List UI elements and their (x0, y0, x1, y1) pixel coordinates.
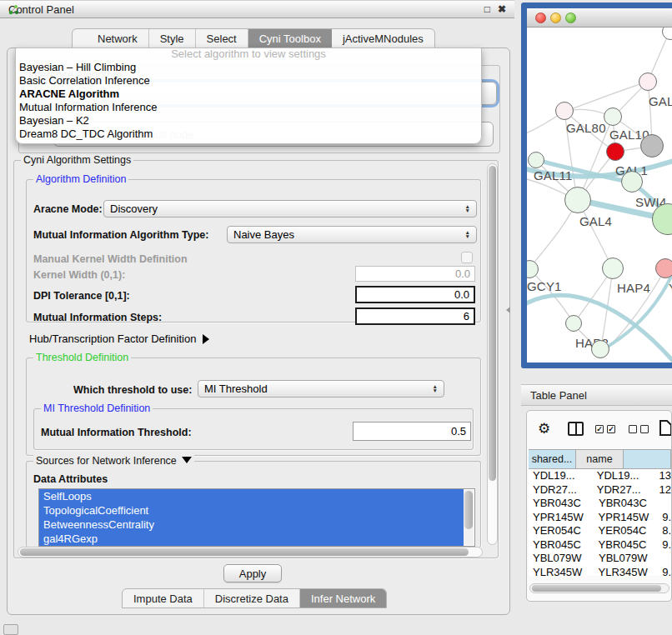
data-attribute-item-selected[interactable]: SelfLoops (39, 489, 464, 503)
network-node[interactable] (606, 142, 624, 161)
table-column-header[interactable]: name (576, 450, 624, 468)
app-root: Control Panel □ ✖ NetworkStyleSelectCyni… (0, 0, 672, 635)
algorithm-dropdown-item[interactable]: Bayesian – Hill Climbing (16, 61, 481, 74)
table-rows: YDL19...YDL19...13 YDR27...YDR27...12 YB… (529, 469, 671, 576)
mi-type-label: Mutual Information Algorithm Type: (33, 229, 208, 241)
table-row[interactable]: YER054CYER054C8. (529, 524, 671, 538)
data-attribute-item-selected[interactable]: TopologicalCoefficient (39, 503, 464, 518)
algorithm-dropdown-popup: Select algorithm to view settings Bayesi… (15, 48, 482, 144)
kernel-width-value: 0.0 (455, 268, 470, 280)
sources-title-text: Sources for Network Inference (36, 455, 177, 467)
hub-tf-definition-toggle[interactable]: Hub/Transcription Factor Definition (29, 332, 209, 345)
expanded-arrow-icon (182, 457, 192, 463)
network-node[interactable] (604, 108, 622, 126)
data-attributes-label: Data Attributes (33, 473, 108, 485)
sources-group-title[interactable]: Sources for Network Inference (33, 455, 194, 467)
which-threshold-combobox[interactable]: MI Threshold ▲▼ (198, 380, 444, 398)
manual-kernel-checkbox[interactable] (461, 252, 473, 263)
network-node-label: GCY1 (527, 279, 562, 293)
data-attribute-item-selected[interactable]: BetweennessCentrality (39, 518, 464, 532)
table-horizontal-scrollbar[interactable] (529, 583, 669, 593)
apply-button[interactable]: Apply (223, 564, 282, 582)
algorithm-dropdown-item[interactable]: Mutual Information Inference (16, 101, 481, 114)
which-threshold-value: MI Threshold (204, 382, 268, 395)
table-row[interactable]: YBL079WYBL079W (529, 552, 671, 566)
aracne-mode-combobox[interactable]: Discovery ▲▼ (103, 200, 477, 218)
unchecked-box-icon[interactable] (629, 425, 637, 433)
network-node[interactable] (640, 134, 664, 158)
tab[interactable]: Network (73, 29, 149, 48)
aracne-mode-value: Discovery (110, 202, 158, 215)
network-node[interactable] (528, 152, 544, 168)
corner-expand-button[interactable] (3, 624, 18, 635)
network-node[interactable] (621, 171, 643, 192)
bottom-tab[interactable]: Discretize Data (204, 589, 300, 608)
dpi-tolerance-field[interactable]: 0.0 (355, 286, 475, 303)
splitter-collapse-icon[interactable] (506, 307, 510, 313)
network-window-titlebar (527, 8, 672, 28)
tab[interactable]: Select (196, 29, 248, 48)
table-column-header[interactable] (624, 450, 671, 468)
settings-horizontal-scrollbar[interactable] (18, 547, 483, 558)
unchecked-box-icon[interactable] (640, 425, 649, 433)
tab[interactable]: jActiveMNodules (332, 29, 434, 48)
table-column-header[interactable]: shared... (529, 450, 576, 468)
mi-threshold-label: Mutual Information Threshold: (41, 427, 192, 438)
mi-type-value: Naive Bayes (233, 228, 294, 241)
float-window-icon[interactable]: □ (484, 3, 490, 15)
tab[interactable]: Cyni Toolbox (248, 29, 332, 48)
checked-box-icon[interactable]: ✓ (595, 425, 604, 433)
minimize-window-icon[interactable] (550, 12, 561, 23)
algorithm-definition-group: Algorithm Definition Aracne Mode: Discov… (26, 179, 481, 322)
threshold-definition-title: Threshold Definition (33, 352, 131, 363)
dpi-tolerance-value: 0.0 (454, 288, 469, 301)
table-row[interactable]: YDR27...YDR27...12 (529, 483, 671, 498)
table-row[interactable]: YBR043CYBR043C (529, 497, 671, 511)
close-window-icon[interactable] (535, 12, 546, 23)
apply-button-label: Apply (239, 568, 267, 580)
network-canvas[interactable]: GALGAL80GAL10GAL1GAL11SWI4GAL4GCY1HAP4YH… (527, 28, 672, 362)
table-row[interactable]: YBR045CYBR045C9. (529, 538, 671, 552)
export-file-icon[interactable] (659, 419, 672, 439)
sources-group: Sources for Network Inference Data Attri… (26, 461, 481, 548)
tab[interactable]: Style (149, 29, 196, 48)
network-tab-icon (8, 3, 20, 18)
network-node[interactable] (565, 315, 582, 332)
table-row[interactable]: YPR145WYPR145W9. (529, 511, 671, 525)
close-panel-icon[interactable]: ✖ (498, 3, 506, 15)
mi-steps-field[interactable]: 6 (355, 308, 475, 325)
mi-threshold-field[interactable]: 0.5 (353, 422, 471, 441)
algorithm-dropdown-item[interactable]: Basic Correlation Inference (16, 74, 481, 88)
network-node[interactable] (639, 72, 657, 91)
table-row[interactable]: YLR345WYLR345W9. (529, 566, 671, 577)
table-row[interactable]: YDL19...YDL19...13 (529, 469, 671, 483)
data-attribute-item-selected[interactable]: gal4RGexp (39, 532, 464, 546)
algorithm-dropdown-item[interactable]: Bayesian – K2 (16, 114, 481, 128)
network-node[interactable] (655, 258, 672, 278)
settings-vertical-scrollbar[interactable] (487, 163, 498, 545)
split-panes-icon[interactable] (568, 422, 584, 436)
network-node-label: Y (669, 281, 672, 295)
table-header: shared...name (529, 449, 671, 469)
network-node-label: GAL (649, 94, 672, 108)
combo-arrows-icon: ▲▼ (428, 385, 438, 392)
threshold-definition-group: Threshold Definition Which threshold to … (26, 358, 481, 456)
bottom-tab[interactable]: Infer Network (300, 589, 386, 608)
bottom-tab[interactable]: Impute Data (123, 589, 204, 608)
network-node[interactable] (591, 340, 609, 358)
mi-type-combobox[interactable]: Naive Bayes ▲▼ (227, 226, 477, 243)
checked-box-icon[interactable]: ✓ (607, 425, 615, 433)
algorithm-dropdown-item[interactable]: Dream8 DC_TDC Algorithm (16, 128, 481, 141)
algorithm-dropdown-item[interactable]: ARACNE Algorithm (16, 88, 481, 101)
kernel-width-field: 0.0 (355, 266, 475, 282)
gear-icon[interactable]: ⚙ (538, 420, 550, 438)
network-node[interactable] (555, 102, 574, 120)
dpi-tolerance-label: DPI Tolerance [0,1]: (33, 290, 130, 302)
zoom-window-icon[interactable] (565, 12, 576, 23)
algorithm-definition-title: Algorithm Definition (33, 173, 128, 185)
mi-threshold-definition-title: MI Threshold Definition (41, 402, 153, 414)
network-node[interactable] (602, 258, 624, 279)
attributes-list-scrollbar[interactable] (464, 490, 474, 545)
combo-arrows-icon: ▲▼ (460, 231, 470, 238)
network-node[interactable] (564, 187, 591, 213)
